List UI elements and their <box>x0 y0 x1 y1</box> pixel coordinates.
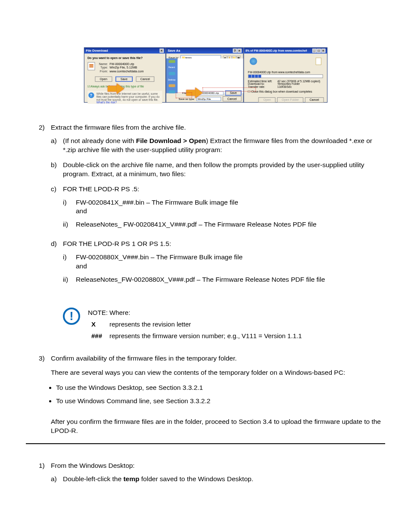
arrow-icon <box>108 84 124 94</box>
dialog-images: File Download × Do you want to open or s… <box>35 47 376 105</box>
step-3-text: Confirm availability of the firmware fil… <box>51 354 385 363</box>
open-button[interactable]: Open <box>95 76 112 81</box>
progress-bar <box>248 75 323 78</box>
help-icon[interactable]: ? <box>233 49 237 53</box>
step-3-bullets: To use the Windows Desktop, see Section … <box>56 383 385 406</box>
document-icon <box>315 58 321 65</box>
section-divider <box>26 443 385 444</box>
close-icon[interactable]: × <box>159 49 164 53</box>
desktop-icon[interactable] <box>168 72 175 75</box>
highlight-save <box>176 93 192 98</box>
step-2-text: Extract the firmware files from the arch… <box>51 123 385 132</box>
note-heading: NOTE: Where: <box>88 308 302 317</box>
step-2b: Double-click on the archive file name, a… <box>63 161 385 179</box>
step-number: 2) <box>39 123 51 295</box>
step-2d: FOR THE LPOD-R PS 1 OR PS 1.5: <box>63 240 385 249</box>
always-ask-checkbox[interactable]: ☑ Always ask before opening this type of… <box>87 85 162 88</box>
open-folder-button: Open Folder <box>277 97 304 103</box>
file-download-titlebar: File Download × <box>84 48 165 53</box>
document-content: 2) Extract the firmware files from the a… <box>26 123 385 490</box>
step-number: 3) <box>39 354 51 363</box>
step-2c: FOR THE LPOD-R PS .5: <box>63 185 385 194</box>
close-icon[interactable]: × <box>321 49 325 53</box>
close-when-done-checkbox[interactable]: ☐ Close this dialog box when download co… <box>248 90 323 93</box>
download-progress-dialog: 8% of FW-0000400D.zip from www.comtechef… <box>243 47 327 103</box>
highlight-close-checkbox <box>202 87 255 92</box>
help-icon: ? <box>88 93 94 98</box>
open-button: Open <box>258 97 276 103</box>
step-1b-a: Double-left-click the temp folder saved … <box>63 475 385 484</box>
places-bar[interactable]: Recent Desktop <box>166 59 177 93</box>
cancel-button[interactable]: Cancel <box>136 76 154 81</box>
maximize-icon[interactable]: □ <box>317 49 321 53</box>
warning-text: While files from the Internet can be use… <box>97 93 161 104</box>
cancel-button[interactable]: Cancel <box>305 97 324 103</box>
step-3-para: There are several ways you can view the … <box>51 368 385 377</box>
step-1b-text: From the Windows Desktop: <box>51 461 385 470</box>
step-number: 1) <box>39 461 51 490</box>
file-download-prompt: Do you want to open or save this file? <box>87 56 162 60</box>
save-as-title: Save As <box>168 49 180 53</box>
minimize-icon[interactable]: _ <box>312 49 316 53</box>
file-download-title: File Download <box>86 49 108 53</box>
step-3-after: After you confirm the firmware files are… <box>51 417 385 436</box>
close-icon[interactable]: × <box>237 49 242 53</box>
progress-title: 8% of FW-0000400D.zip from www.comtechef… <box>246 49 307 52</box>
progress-file-line: FW-0000400D.zip from www.comtechefdata.c… <box>248 71 323 74</box>
recent-icon[interactable] <box>168 60 175 63</box>
zip-icon <box>87 62 95 70</box>
mycomputer-icon[interactable] <box>168 90 175 93</box>
cancel-button[interactable]: Cancel <box>223 96 241 101</box>
mydocs-icon[interactable] <box>168 84 175 87</box>
save-as-titlebar: Save As ?× <box>166 48 243 53</box>
file-download-dialog: File Download × Do you want to open or s… <box>84 47 165 103</box>
step-2a: (If not already done with File Download … <box>63 137 385 155</box>
save-button[interactable]: Save <box>115 76 133 81</box>
note-block: ! NOTE: Where: X represents the revision… <box>63 308 385 341</box>
progress-titlebar: 8% of FW-0000400D.zip from www.comtechef… <box>244 48 327 53</box>
notice-icon: ! <box>63 308 80 325</box>
globe-icon <box>249 58 257 65</box>
